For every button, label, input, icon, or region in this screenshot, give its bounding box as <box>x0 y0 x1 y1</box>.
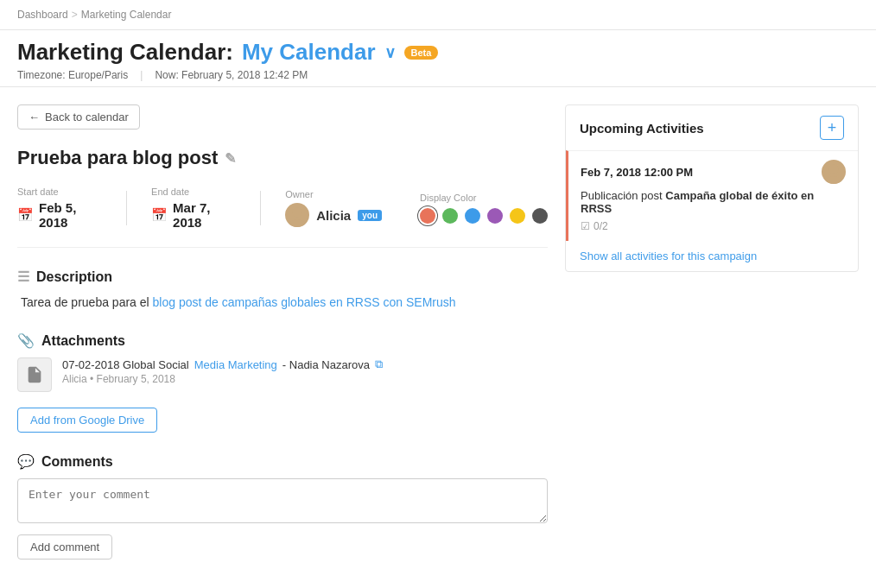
end-date-value: 📅 Mar 7, 2018 <box>151 200 236 230</box>
paperclip-icon: 📎 <box>17 332 35 349</box>
right-panel: Upcoming Activities + Feb 7, 2018 12:00 … <box>565 104 859 580</box>
owner-label: Owner <box>285 189 382 199</box>
breadcrumb-current: Marketing Calendar <box>81 9 172 21</box>
color-dot-2[interactable] <box>465 208 480 224</box>
color-dot-1[interactable] <box>442 208 458 224</box>
calendar-icon: 📅 <box>17 207 34 223</box>
upcoming-activities-card: Upcoming Activities + Feb 7, 2018 12:00 … <box>565 104 859 272</box>
owner-separator <box>260 191 261 225</box>
date-separator <box>126 191 127 225</box>
owner-field: Owner Alicia you <box>285 189 382 227</box>
filename-part2: Media Marketing <box>194 358 277 371</box>
campaign-title-text: Prueba para blog post <box>17 147 218 169</box>
back-to-calendar-button[interactable]: ← Back to calendar <box>17 104 140 130</box>
activity-list: Feb 7, 2018 12:00 PM Publicación post Ca… <box>566 150 858 241</box>
activity-datetime: Feb 7, 2018 12:00 PM <box>581 166 693 179</box>
comment-icon: 💬 <box>17 453 35 470</box>
svg-point-0 <box>292 207 302 218</box>
upcoming-title: Upcoming Activities <box>580 121 704 136</box>
activity-check: ☑ 0/2 <box>581 220 846 232</box>
page-title: Marketing Calendar: My Calendar ∨ Beta <box>17 39 859 66</box>
description-text: Tarea de prueba para el blog post de cam… <box>21 294 548 312</box>
activity-time: Feb 7, 2018 12:00 PM <box>581 160 846 184</box>
attachments-label: Attachments <box>41 333 125 349</box>
svg-point-1 <box>289 219 306 227</box>
owner-name: Alicia <box>316 208 351 223</box>
timezone-label: Timezone: Europe/Paris <box>17 69 128 81</box>
comment-input[interactable] <box>17 478 548 523</box>
campaign-title: Prueba para blog post ✎ <box>17 147 548 169</box>
file-uploader: Alicia <box>62 373 87 385</box>
comments-section: 💬 Comments Add comment <box>17 453 548 560</box>
edit-icon[interactable]: ✎ <box>225 150 236 167</box>
description-icon: ☰ <box>17 269 29 285</box>
beta-badge: Beta <box>404 46 439 60</box>
file-name: 07-02-2018 Global Social Media Marketing… <box>62 357 383 371</box>
now-label: Now: February 5, 2018 12:42 PM <box>155 69 308 81</box>
svg-point-2 <box>828 164 839 174</box>
attachments-section: 📎 Attachments 07-02-2018 Global Social M… <box>17 332 548 433</box>
description-header: ☰ Description <box>17 269 548 285</box>
activity-title: Publicación post Campaña global de éxito… <box>581 189 846 215</box>
color-dot-4[interactable] <box>510 208 525 224</box>
external-link-icon[interactable]: ⧉ <box>375 357 383 371</box>
activity-item: Feb 7, 2018 12:00 PM Publicación post Ca… <box>566 150 858 241</box>
breadcrumb: Dashboard > Marketing Calendar <box>17 9 859 21</box>
comments-label: Comments <box>41 454 113 470</box>
description-part-1: Tarea de prueba para el <box>21 295 153 309</box>
calendar-icon-end: 📅 <box>151 207 168 223</box>
attachment-item: 07-02-2018 Global Social Media Marketing… <box>17 357 548 392</box>
dates-row: Start date 📅 Feb 5, 2018 End date 📅 Mar … <box>17 187 548 248</box>
end-date-field: End date 📅 Mar 7, 2018 <box>151 187 236 230</box>
start-date-value: 📅 Feb 5, 2018 <box>17 200 102 230</box>
description-label: Description <box>36 269 112 285</box>
end-date-text: Mar 7, 2018 <box>173 200 236 230</box>
color-dot-3[interactable] <box>487 208 503 224</box>
meta-row: Timezone: Europe/Paris | Now: February 5… <box>17 69 859 81</box>
start-date-text: Feb 5, 2018 <box>39 200 102 230</box>
show-all-activities-link[interactable]: Show all activities for this campaign <box>566 241 858 271</box>
breadcrumb-separator: > <box>72 9 78 21</box>
filename-part1: 07-02-2018 Global Social <box>62 358 189 371</box>
calendar-name[interactable]: My Calendar <box>242 39 376 66</box>
avatar <box>285 203 309 227</box>
file-meta: Alicia • February 5, 2018 <box>62 373 383 385</box>
meta-divider: | <box>140 69 143 81</box>
add-comment-label: Add comment <box>30 541 99 553</box>
left-panel: ← Back to calendar Prueba para blog post… <box>17 104 548 580</box>
activity-avatar <box>822 160 846 184</box>
upcoming-header: Upcoming Activities + <box>566 105 858 150</box>
description-section: ☰ Description Tarea de prueba para el bl… <box>17 269 548 312</box>
comments-header: 💬 Comments <box>17 453 548 470</box>
breadcrumb-dashboard[interactable]: Dashboard <box>17 9 68 21</box>
color-dots <box>420 208 548 224</box>
color-label: Display Color <box>420 193 548 203</box>
color-dot-5[interactable] <box>532 208 548 224</box>
back-arrow-icon: ← <box>29 111 40 123</box>
attachments-header: 📎 Attachments <box>17 332 548 349</box>
add-drive-label: Add from Google Drive <box>30 414 144 427</box>
attachment-info: 07-02-2018 Global Social Media Marketing… <box>62 357 383 385</box>
check-icon: ☑ <box>581 220 590 232</box>
add-from-google-drive-button[interactable]: Add from Google Drive <box>17 408 157 433</box>
color-dot-0[interactable] <box>420 208 435 224</box>
file-icon <box>17 357 52 392</box>
color-field: Display Color <box>420 193 548 224</box>
act-title-part1: Publicación post <box>581 189 665 202</box>
end-date-label: End date <box>151 187 236 197</box>
back-button-label: Back to calendar <box>45 111 129 123</box>
filename-part3: - Nadia Nazarova <box>282 358 370 371</box>
owner-value: Alicia you <box>285 203 382 227</box>
svg-point-3 <box>825 176 842 184</box>
check-count: 0/2 <box>594 220 608 232</box>
file-date: February 5, 2018 <box>97 373 175 385</box>
chevron-down-icon[interactable]: ∨ <box>384 43 396 62</box>
you-badge: you <box>358 210 382 221</box>
add-activity-button[interactable]: + <box>820 116 844 140</box>
description-part-2: blog post de campañas globales en RRSS c… <box>153 295 456 309</box>
start-date-field: Start date 📅 Feb 5, 2018 <box>17 187 102 230</box>
file-dot: • <box>90 373 97 385</box>
page-title-static: Marketing Calendar: <box>17 39 233 66</box>
add-comment-button[interactable]: Add comment <box>17 534 112 560</box>
start-date-label: Start date <box>17 187 102 197</box>
